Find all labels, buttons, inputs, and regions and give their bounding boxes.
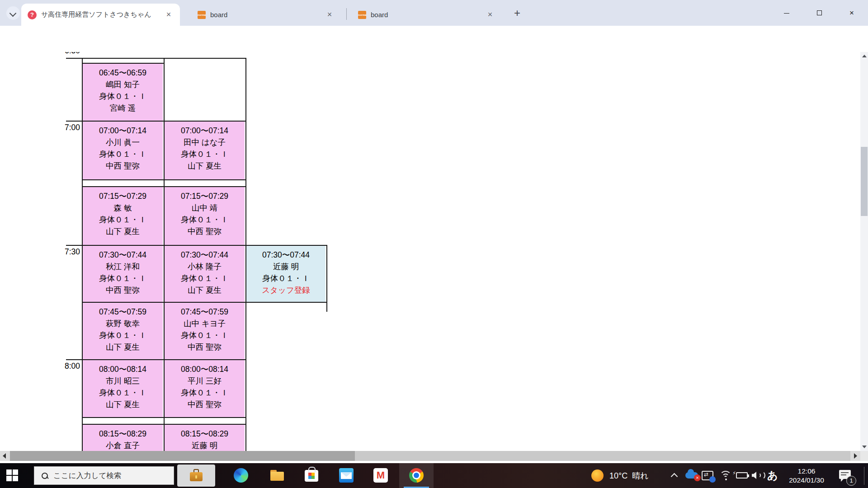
tab-title: サ高住専用経営ソフトさつきちゃん <box>41 10 159 19</box>
chrome-icon <box>409 468 424 483</box>
time-label: 7:00 <box>48 123 80 132</box>
onedrive-error-icon[interactable] <box>685 472 698 479</box>
tab-board-1[interactable]: norma board × <box>191 4 341 26</box>
windows-taskbar: ここに入力して検索 M 10°C 晴れ あ 12:06 202 <box>0 463 868 488</box>
cell-staff-name: 山下 夏生 <box>83 225 163 237</box>
scroll-right-arrow[interactable] <box>850 451 860 461</box>
cell-client-name: 山中 キヨ子 <box>165 318 245 329</box>
tab-board-2[interactable]: norma board × <box>352 4 501 26</box>
schedule-cell[interactable]: 06:45〜06:59嶋田 知子身体０１・Ｉ宮崎 遥 <box>83 64 163 121</box>
cell-service-type: 身体０１・Ｉ <box>165 329 245 341</box>
scrollbar-corner <box>860 451 868 461</box>
weather-sun-icon[interactable] <box>591 469 604 482</box>
schedule-cell[interactable]: 08:15〜08:29近藤 明 <box>165 425 245 451</box>
microsoft-store-icon[interactable] <box>305 470 318 482</box>
show-desktop-divider[interactable] <box>864 467 864 485</box>
cell-staff-name: 宮崎 遥 <box>83 102 163 114</box>
schedule-cell[interactable]: 08:00〜08:14市川 昭三身体０１・Ｉ山下 夏生 <box>83 360 163 417</box>
cell-service-type: 身体０１・Ｉ <box>83 214 163 225</box>
horizontal-scrollbar[interactable] <box>0 451 860 461</box>
schedule-cell[interactable]: 08:00〜08:14平川 三好身体０１・Ｉ中西 聖弥 <box>165 360 245 417</box>
cell-staff-name: 中西 聖弥 <box>83 284 163 296</box>
gmail-icon[interactable]: M <box>373 468 388 483</box>
time-label-clipped: 6:30 <box>48 52 80 55</box>
briefcase-icon <box>190 469 203 482</box>
window-minimize-button[interactable] <box>776 6 797 20</box>
grid-line <box>82 417 246 418</box>
cell-client-name: 小林 隆子 <box>165 261 245 272</box>
weather-text[interactable]: 10°C 晴れ <box>609 470 649 481</box>
cell-time-range: 07:00〜07:14 <box>165 125 245 136</box>
tab-satsukichan[interactable]: ? サ高住専用経営ソフトさつきちゃん × <box>21 4 180 26</box>
cell-service-type: 身体０１・Ｉ <box>165 272 245 284</box>
vertical-scroll-thumb[interactable] <box>861 147 868 216</box>
board-favicon-icon: norma <box>198 11 206 19</box>
tab-search-chevron-icon[interactable] <box>6 6 20 20</box>
cell-client-name: 山中 靖 <box>165 202 245 214</box>
scroll-left-arrow[interactable] <box>0 451 10 461</box>
schedule-cell[interactable]: 07:15〜07:29森 敏身体０１・Ｉ山下 夏生 <box>83 187 163 245</box>
speaker-wave-icon <box>757 472 764 479</box>
wifi-icon[interactable] <box>720 471 731 481</box>
schedule-cell[interactable]: 07:45〜07:59萩野 敬幸身体０１・Ｉ山下 夏生 <box>83 303 163 359</box>
cell-service-type: 身体０１・Ｉ <box>83 329 163 341</box>
cell-staff-name: 山下 夏生 <box>83 399 163 410</box>
cell-client-name: 秋江 洋和 <box>83 261 163 272</box>
horizontal-scroll-thumb[interactable] <box>10 451 355 461</box>
mail-icon[interactable] <box>339 468 354 483</box>
tray-expand-chevron-icon[interactable] <box>671 473 678 480</box>
schedule-cell[interactable]: 07:30〜07:44小林 隆子身体０１・Ｉ山下 夏生 <box>165 246 245 302</box>
schedule-cell[interactable]: 07:30〜07:44近藤 明身体０１・Ｉスタッフ登録 <box>246 246 326 302</box>
cell-staff-name: 中西 聖弥 <box>165 225 245 237</box>
search-placeholder: ここに入力して検索 <box>53 471 121 481</box>
cell-time-range: 08:15〜08:29 <box>83 428 163 440</box>
cell-client-name: 市川 昭三 <box>83 375 163 387</box>
cell-service-type: 身体０１・Ｉ <box>246 272 326 284</box>
cell-staff-name: 山下 夏生 <box>83 341 163 353</box>
browser-toolbar: ← → new.satsukichan.com/web/Life/Helpers… <box>0 26 868 52</box>
cell-time-range: 08:00〜08:14 <box>165 363 245 375</box>
tab-close-icon[interactable]: × <box>164 10 174 20</box>
window-close-button[interactable]: × <box>841 6 862 20</box>
schedule-cell[interactable]: 08:15〜08:29小倉 直子 <box>83 425 163 451</box>
cell-staff-name: 中西 聖弥 <box>165 341 245 353</box>
cell-client-name: 嶋田 知子 <box>83 79 163 90</box>
battery-icon[interactable] <box>736 472 748 479</box>
taskbar-search[interactable]: ここに入力して検索 <box>34 466 174 485</box>
cell-client-name: 田中 はな子 <box>165 136 245 148</box>
cell-client-name: 小倉 直子 <box>83 440 163 451</box>
edge-icon[interactable] <box>234 468 248 483</box>
cell-time-range: 08:00〜08:14 <box>83 363 163 375</box>
clock-time: 12:06 <box>783 467 830 476</box>
browser-tab-strip: ? サ高住専用経営ソフトさつきちゃん × norma board × norma… <box>0 0 868 26</box>
vertical-scrollbar[interactable] <box>860 52 868 451</box>
start-button[interactable] <box>6 469 19 482</box>
cell-service-type: 身体０１・Ｉ <box>83 272 163 284</box>
taskbar-app-chrome-active[interactable] <box>399 463 434 488</box>
ime-indicator[interactable]: あ <box>767 469 778 483</box>
tab-close-icon[interactable]: × <box>485 10 495 20</box>
schedule-cell[interactable]: 07:15〜07:29山中 靖身体０１・Ｉ中西 聖弥 <box>165 187 245 245</box>
cell-time-range: 07:15〜07:29 <box>83 190 163 202</box>
file-explorer-icon[interactable] <box>270 468 284 483</box>
cell-time-range: 07:30〜07:44 <box>165 249 245 261</box>
schedule-cell[interactable]: 07:00〜07:14小川 眞一身体０１・Ｉ中西 聖弥 <box>83 122 163 179</box>
tab-close-icon[interactable]: × <box>325 10 335 20</box>
schedule-cell[interactable]: 07:00〜07:14田中 はな子身体０１・Ｉ山下 夏生 <box>165 122 245 179</box>
cell-staff-name: 山下 夏生 <box>165 284 245 296</box>
cell-time-range: 07:45〜07:59 <box>165 306 245 318</box>
taskbar-app-briefcase[interactable] <box>177 465 215 487</box>
cell-service-type: 身体０１・Ｉ <box>83 90 163 102</box>
scroll-up-arrow-icon[interactable] <box>862 55 867 57</box>
schedule-cell[interactable]: 07:30〜07:44秋江 洋和身体０１・Ｉ中西 聖弥 <box>83 246 163 302</box>
tab-title: board <box>210 11 320 19</box>
screen-cast-icon[interactable] <box>702 471 713 480</box>
cell-staff-name: 中西 聖弥 <box>165 399 245 410</box>
cell-time-range: 07:00〜07:14 <box>83 125 163 136</box>
new-tab-button[interactable]: + <box>510 6 524 21</box>
schedule-cell[interactable]: 07:45〜07:59山中 キヨ子身体０１・Ｉ中西 聖弥 <box>165 303 245 359</box>
scroll-down-arrow-icon[interactable] <box>862 446 867 448</box>
taskbar-clock[interactable]: 12:06 2024/01/30 <box>783 467 830 485</box>
window-maximize-button[interactable] <box>809 6 830 20</box>
tab-divider <box>346 8 347 20</box>
